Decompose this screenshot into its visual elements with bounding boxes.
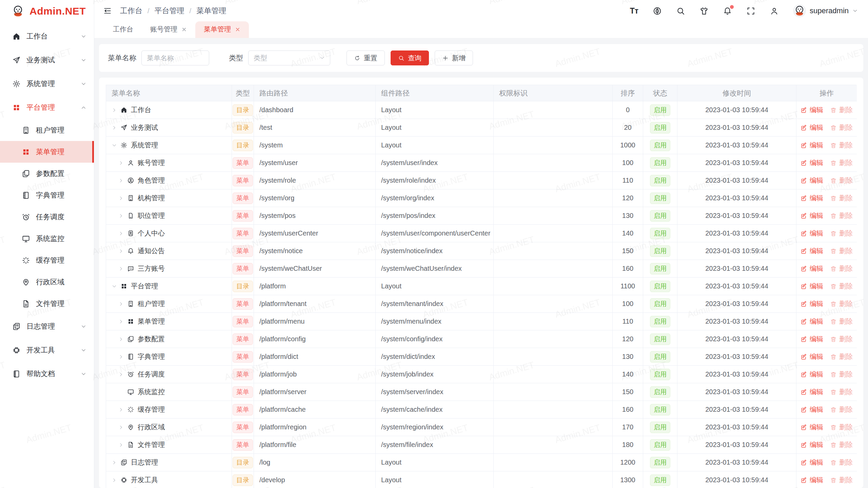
delete-button[interactable]: 删除 (830, 334, 853, 344)
fullscreen-icon[interactable] (746, 6, 755, 16)
delete-button[interactable]: 删除 (830, 123, 853, 132)
expand-row-icon[interactable] (118, 425, 124, 430)
tab-工作台[interactable]: 工作台 (104, 21, 142, 38)
notification-icon[interactable] (723, 6, 732, 16)
edit-button[interactable]: 编辑 (801, 264, 823, 273)
expand-row-icon[interactable] (118, 319, 124, 324)
sidebar-item-菜单管理[interactable]: 菜单管理 (0, 141, 94, 163)
sidebar-item-任务调度[interactable]: 任务调度 (0, 206, 94, 228)
query-button[interactable]: 查询 (391, 50, 429, 65)
delete-button[interactable]: 删除 (830, 229, 853, 238)
edit-button[interactable]: 编辑 (801, 405, 823, 414)
expand-row-icon[interactable] (118, 372, 124, 377)
font-size-icon[interactable]: Tт (630, 6, 638, 16)
edit-button[interactable]: 编辑 (801, 370, 823, 379)
expand-row-icon[interactable] (118, 266, 124, 271)
edit-button[interactable]: 编辑 (801, 229, 823, 238)
expand-row-icon[interactable] (118, 231, 124, 236)
menu-name-input[interactable] (141, 50, 209, 65)
delete-button[interactable]: 删除 (830, 141, 853, 150)
expand-row-icon[interactable] (118, 196, 124, 201)
expand-row-icon[interactable] (118, 248, 124, 254)
sidebar-item-工作台[interactable]: 工作台 (0, 24, 94, 48)
edit-button[interactable]: 编辑 (801, 440, 823, 449)
delete-button[interactable]: 删除 (830, 194, 853, 203)
close-tab-icon[interactable] (235, 27, 240, 32)
expand-row-icon[interactable] (118, 442, 124, 448)
edit-button[interactable]: 编辑 (801, 458, 823, 467)
delete-button[interactable]: 删除 (830, 423, 853, 432)
sidebar-item-日志管理[interactable]: 日志管理 (0, 314, 94, 338)
sidebar-item-系统管理[interactable]: 系统管理 (0, 72, 94, 96)
edit-button[interactable]: 编辑 (801, 123, 823, 132)
search-icon[interactable] (676, 6, 685, 16)
sidebar-item-帮助文档[interactable]: 帮助文档 (0, 362, 94, 386)
edit-button[interactable]: 编辑 (801, 334, 823, 344)
expand-row-icon[interactable] (112, 477, 117, 483)
sidebar-item-系统监控[interactable]: 系统监控 (0, 228, 94, 249)
expand-row-icon[interactable] (118, 213, 124, 219)
edit-button[interactable]: 编辑 (801, 317, 823, 326)
edit-button[interactable]: 编辑 (801, 246, 823, 256)
edit-button[interactable]: 编辑 (801, 282, 823, 291)
tab-菜单管理[interactable]: 菜单管理 (195, 21, 249, 38)
expand-row-icon[interactable] (118, 407, 124, 412)
breadcrumb-item[interactable]: 菜单管理 (196, 6, 226, 16)
expand-row-icon[interactable] (112, 284, 117, 289)
sidebar-item-字典管理[interactable]: 字典管理 (0, 184, 94, 206)
collapse-sidebar-icon[interactable] (103, 6, 112, 15)
edit-button[interactable]: 编辑 (801, 176, 823, 185)
delete-button[interactable]: 删除 (830, 387, 853, 396)
edit-button[interactable]: 编辑 (801, 105, 823, 115)
sidebar-item-行政区域[interactable]: 行政区域 (0, 271, 94, 293)
delete-button[interactable]: 删除 (830, 105, 853, 115)
edit-button[interactable]: 编辑 (801, 387, 823, 396)
user-menu[interactable]: superadmin (793, 4, 858, 17)
edit-button[interactable]: 编辑 (801, 211, 823, 220)
expand-row-icon[interactable] (112, 125, 117, 130)
expand-row-icon[interactable] (118, 178, 124, 183)
sidebar-item-租户管理[interactable]: 租户管理 (0, 119, 94, 141)
delete-button[interactable]: 删除 (830, 405, 853, 414)
edit-button[interactable]: 编辑 (801, 194, 823, 203)
profile-icon[interactable] (770, 6, 779, 16)
delete-button[interactable]: 删除 (830, 475, 853, 485)
sidebar-item-开发工具[interactable]: 开发工具 (0, 338, 94, 362)
breadcrumb-item[interactable]: 平台管理 (155, 6, 184, 16)
type-select[interactable]: 类型 (248, 50, 330, 65)
delete-button[interactable]: 删除 (830, 158, 853, 167)
tab-账号管理[interactable]: 账号管理 (142, 21, 195, 38)
delete-button[interactable]: 删除 (830, 458, 853, 467)
delete-button[interactable]: 删除 (830, 299, 853, 308)
delete-button[interactable]: 删除 (830, 317, 853, 326)
sidebar-item-缓存管理[interactable]: 缓存管理 (0, 249, 94, 271)
delete-button[interactable]: 删除 (830, 246, 853, 256)
expand-row-icon[interactable] (118, 354, 124, 360)
expand-row-icon[interactable] (112, 460, 117, 465)
expand-row-icon[interactable] (118, 301, 124, 307)
close-tab-icon[interactable] (181, 27, 187, 32)
expand-row-icon[interactable] (112, 143, 117, 148)
reset-button[interactable]: 重置 (347, 50, 385, 65)
edit-button[interactable]: 编辑 (801, 299, 823, 308)
expand-row-icon[interactable] (118, 337, 124, 342)
delete-button[interactable]: 删除 (830, 370, 853, 379)
sidebar-item-平台管理[interactable]: 平台管理 (0, 96, 94, 119)
delete-button[interactable]: 删除 (830, 440, 853, 449)
theme-icon[interactable] (699, 6, 709, 16)
expand-row-icon[interactable] (112, 107, 117, 113)
breadcrumb-item[interactable]: 工作台 (120, 6, 142, 16)
delete-button[interactable]: 删除 (830, 352, 853, 361)
delete-button[interactable]: 删除 (830, 211, 853, 220)
sidebar-item-业务测试[interactable]: 业务测试 (0, 48, 94, 72)
expand-row-icon[interactable] (118, 160, 124, 166)
delete-button[interactable]: 删除 (830, 264, 853, 273)
sidebar-item-参数配置[interactable]: 参数配置 (0, 163, 94, 184)
sidebar-item-文件管理[interactable]: 文件管理 (0, 293, 94, 314)
edit-button[interactable]: 编辑 (801, 158, 823, 167)
edit-button[interactable]: 编辑 (801, 141, 823, 150)
delete-button[interactable]: 删除 (830, 176, 853, 185)
edit-button[interactable]: 编辑 (801, 352, 823, 361)
edit-button[interactable]: 编辑 (801, 423, 823, 432)
language-icon[interactable] (653, 6, 662, 16)
